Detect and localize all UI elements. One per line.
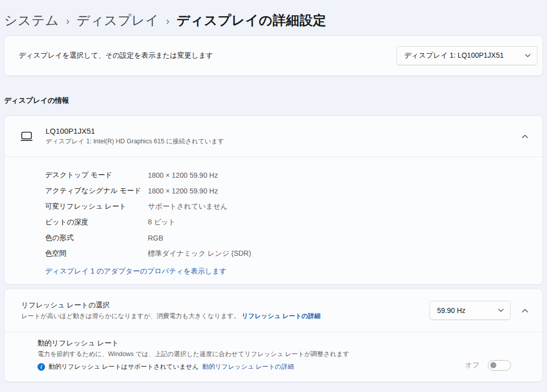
table-row: アクティブなシグナル モード 1800 × 1200 59.90 Hz — [45, 183, 542, 199]
adapter-properties-link[interactable]: ディスプレイ 1 のアダプターのプロパティを表示します — [45, 267, 226, 276]
display-info-card: LQ100P1JX51 ディスプレイ 1: Intel(R) HD Graphi… — [4, 115, 543, 285]
dynamic-refresh-status: 動的リフレッシュ レートはサポートされていません — [49, 363, 199, 371]
refresh-rate-title: リフレッシュ レートの選択 — [21, 301, 429, 310]
row-label: ビットの深度 — [45, 218, 148, 227]
dynamic-refresh-description: 電力を節約するために、Windows では、上記の選択した速度に合わせてリフレッ… — [37, 350, 465, 359]
breadcrumb-separator-icon: › — [66, 14, 69, 27]
row-value: 標準ダイナミック レンジ (SDR) — [148, 249, 251, 258]
chevron-down-icon — [498, 308, 504, 312]
row-label: アクティブなシグナル モード — [45, 186, 148, 195]
refresh-rate-card: リフレッシュ レートの選択 レートが高いほど動きは滑らかになりますが、消費電力も… — [4, 289, 543, 382]
display-info-details: デスクトップ モード 1800 × 1200 59.90 Hz アクティブなシグ… — [5, 157, 542, 284]
dynamic-refresh-row: 動的リフレッシュ レート 電力を節約するために、Windows では、上記の選択… — [5, 332, 542, 381]
display-info-expander-header[interactable]: LQ100P1JX51 ディスプレイ 1: Intel(R) HD Graphi… — [5, 116, 542, 156]
table-row: 色空間 標準ダイナミック レンジ (SDR) — [45, 246, 542, 261]
row-label: 色空間 — [45, 249, 148, 258]
dynamic-refresh-title: 動的リフレッシュ レート — [37, 339, 465, 348]
dynamic-refresh-toggle[interactable] — [488, 360, 511, 371]
row-label: 色の形式 — [45, 233, 148, 243]
row-label: 可変リフレッシュ レート — [45, 202, 148, 211]
dynamic-refresh-toggle-group: オフ — [465, 339, 511, 381]
advanced-display-settings-page: システム › ディスプレイ › ディスプレイの詳細設定 ディスプレイを選択して、… — [0, 0, 547, 392]
table-row: 可変リフレッシュ レート サポートされていません — [45, 199, 542, 214]
row-value: 1800 × 1200 59.90 Hz — [148, 187, 218, 195]
table-row: 色の形式 RGB — [45, 230, 542, 246]
row-label: デスクトップ モード — [45, 171, 148, 180]
chevron-up-icon[interactable] — [522, 134, 528, 139]
refresh-rate-header: リフレッシュ レートの選択 レートが高いほど動きは滑らかになりますが、消費電力も… — [5, 289, 542, 332]
display-selector-description: ディスプレイを選択して、その設定を表示または変更します — [19, 51, 213, 60]
row-value: RGB — [148, 234, 163, 242]
breadcrumb-system[interactable]: システム — [4, 12, 59, 29]
page-title: ディスプレイの詳細設定 — [176, 12, 326, 29]
display-device-name: LQ100P1JX51 — [46, 127, 511, 135]
toggle-state-label: オフ — [465, 361, 480, 370]
table-row: ビットの深度 8 ビット — [45, 214, 542, 230]
refresh-rate-details-link[interactable]: リフレッシュ レートの詳細 — [242, 312, 321, 321]
row-value: 1800 × 1200 59.90 Hz — [148, 171, 218, 179]
display-selector-value: ディスプレイ 1: LQ100P1JX51 — [404, 51, 504, 60]
refresh-rate-description: レートが高いほど動きは滑らかになりますが、消費電力も大きくなります。 — [21, 312, 240, 320]
breadcrumb: システム › ディスプレイ › ディスプレイの詳細設定 — [0, 0, 547, 29]
row-value: 8 ビット — [148, 218, 176, 227]
row-value: サポートされていません — [148, 202, 227, 211]
laptop-icon — [20, 131, 33, 142]
chevron-down-icon — [525, 54, 531, 58]
table-row: デスクトップ モード 1800 × 1200 59.90 Hz — [45, 167, 542, 183]
display-selector-dropdown[interactable]: ディスプレイ 1: LQ100P1JX51 — [397, 46, 537, 65]
dynamic-refresh-status-line: i 動的リフレッシュ レートはサポートされていません 動的リフレッシュ レートの… — [37, 363, 465, 371]
section-title-display-info: ディスプレイの情報 — [4, 96, 547, 115]
breadcrumb-display[interactable]: ディスプレイ — [76, 12, 159, 29]
dynamic-refresh-details-link[interactable]: 動的リフレッシュ レートの詳細 — [203, 363, 294, 371]
display-selector-card: ディスプレイを選択して、その設定を表示または変更します ディスプレイ 1: LQ… — [4, 35, 543, 76]
toggle-knob — [490, 362, 496, 368]
refresh-rate-value: 59.90 Hz — [437, 306, 465, 315]
display-device-connection: ディスプレイ 1: Intel(R) HD Graphics 615 に接続され… — [46, 137, 511, 146]
refresh-rate-dropdown[interactable]: 59.90 Hz — [429, 301, 511, 320]
chevron-up-icon[interactable] — [522, 308, 528, 313]
info-icon: i — [37, 363, 45, 371]
breadcrumb-separator-icon: › — [166, 14, 170, 27]
